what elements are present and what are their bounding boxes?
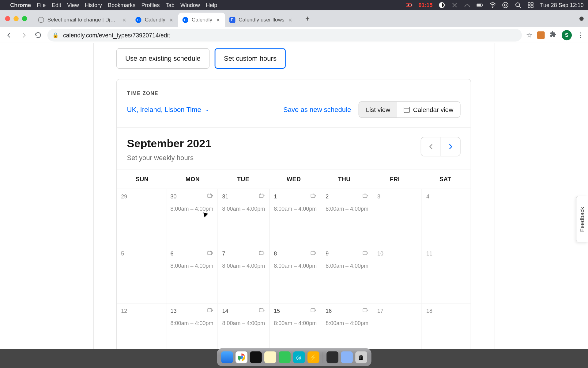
menu-bookmarks[interactable]: Bookmarks: [108, 2, 135, 8]
repeat-icon[interactable]: [258, 250, 265, 258]
repeat-icon[interactable]: [206, 250, 213, 258]
calendar-day-cell[interactable]: 78:00am – 4:00pm: [217, 246, 269, 303]
dock-app-messages[interactable]: [278, 351, 290, 363]
list-view-button[interactable]: List view: [359, 102, 397, 117]
calendar-grid: SUNMONTUEWEDTHUFRISAT 29308:00am – 4:00p…: [117, 170, 470, 349]
dock-app-folder[interactable]: [341, 351, 353, 363]
spotlight-icon[interactable]: [515, 2, 522, 9]
tab-close-icon[interactable]: ×: [122, 17, 127, 23]
extension-icon-1[interactable]: [537, 31, 545, 39]
bookmark-star-icon[interactable]: ☆: [526, 31, 532, 39]
menu-history[interactable]: History: [85, 2, 102, 8]
repeat-icon[interactable]: [310, 250, 317, 258]
status-icon-3[interactable]: [464, 2, 471, 9]
tab-title: Calendly: [192, 17, 212, 23]
calendar-day-cell[interactable]: 158:00am – 4:00pm: [269, 304, 321, 349]
calendar-day-cell[interactable]: 3: [373, 189, 422, 246]
calendar-day-cell[interactable]: 308:00am – 4:00pm: [166, 189, 217, 246]
tab-close-icon[interactable]: ×: [169, 17, 174, 23]
browser-tab[interactable]: PCalendly user flows×: [225, 13, 297, 27]
forward-button[interactable]: [19, 30, 29, 40]
calendar-day-cell[interactable]: 18: [422, 304, 471, 349]
window-minimize-icon[interactable]: [13, 16, 19, 21]
tab-close-icon[interactable]: ×: [288, 17, 293, 23]
calendar-day-cell[interactable]: 68:00am – 4:00pm: [166, 246, 217, 303]
notifications-icon[interactable]: [527, 2, 534, 9]
repeat-icon[interactable]: [362, 192, 368, 201]
calendar-day-cell[interactable]: 148:00am – 4:00pm: [217, 304, 269, 349]
dock-app-terminal[interactable]: [250, 351, 262, 363]
browser-tab[interactable]: CCalendly×: [178, 13, 225, 27]
repeat-icon[interactable]: [258, 192, 265, 201]
menu-file[interactable]: File: [37, 2, 46, 8]
tab-close-icon[interactable]: ×: [216, 17, 221, 23]
tab-overflow-icon[interactable]: [579, 17, 584, 21]
menu-tab[interactable]: Tab: [166, 2, 175, 8]
use-existing-schedule-button[interactable]: Use an existing schedule: [116, 48, 209, 69]
prev-month-button[interactable]: [421, 137, 441, 156]
status-icon-1[interactable]: [439, 2, 445, 9]
dock-app-chrome[interactable]: [235, 351, 247, 363]
control-center-icon[interactable]: [502, 2, 509, 9]
calendar-day-cell[interactable]: 318:00am – 4:00pm: [217, 189, 269, 246]
reload-button[interactable]: [33, 30, 43, 40]
menu-window[interactable]: Window: [180, 2, 200, 8]
dock-app-finder[interactable]: [221, 351, 233, 363]
repeat-icon[interactable]: [362, 250, 368, 258]
repeat-icon[interactable]: [310, 307, 317, 316]
repeat-icon[interactable]: [258, 307, 265, 316]
dock-app-generic-1[interactable]: ◎: [293, 351, 305, 363]
calendar-day-cell[interactable]: 138:00am – 4:00pm: [166, 304, 217, 349]
battery-icon[interactable]: [477, 2, 483, 9]
feedback-tab[interactable]: Feedback: [576, 196, 588, 242]
repeat-icon[interactable]: [310, 192, 317, 201]
address-bar[interactable]: 🔒 calendly.com/event_types/73920714/edit: [47, 29, 522, 41]
calendar-day-cell[interactable]: 28:00am – 4:00pm: [321, 189, 373, 246]
battery-status-icon[interactable]: [406, 2, 413, 9]
menu-profiles[interactable]: Profiles: [141, 2, 160, 8]
calendar-day-cell[interactable]: 12: [117, 304, 166, 349]
calendar-day-cell[interactable]: 11: [422, 246, 471, 303]
set-custom-hours-button[interactable]: Set custom hours: [215, 48, 286, 69]
browser-tab[interactable]: Select email to change | Django×: [34, 13, 131, 27]
calendar-day-cell[interactable]: 10: [373, 246, 422, 303]
dock-app-generic-2[interactable]: ⚡: [307, 351, 319, 363]
window-close-icon[interactable]: [5, 16, 10, 21]
day-number: 17: [377, 308, 417, 314]
status-icon-2[interactable]: [451, 2, 458, 9]
menu-view[interactable]: View: [67, 2, 79, 8]
chrome-menu-icon[interactable]: ⋮: [577, 31, 584, 39]
dock-trash[interactable]: 🗑: [355, 351, 367, 363]
repeat-icon[interactable]: [362, 307, 368, 316]
menubar-datetime[interactable]: Tue 28 Sep 12:10: [540, 2, 584, 8]
timezone-select[interactable]: UK, Ireland, Lisbon Time ⌄: [127, 106, 209, 113]
wifi-icon[interactable]: [489, 2, 496, 9]
svg-point-6: [492, 7, 493, 8]
extensions-puzzle-icon[interactable]: [550, 31, 556, 39]
menu-help[interactable]: Help: [206, 2, 217, 8]
calendar-day-cell[interactable]: 4: [422, 189, 471, 246]
profile-avatar[interactable]: S: [562, 30, 572, 40]
calendar-view-button[interactable]: Calendar view: [397, 102, 460, 117]
new-tab-button[interactable]: +: [302, 13, 314, 25]
svg-rect-22: [208, 309, 212, 312]
menu-edit[interactable]: Edit: [52, 2, 61, 8]
calendar-day-cell[interactable]: 88:00am – 4:00pm: [269, 246, 321, 303]
calendar-day-cell[interactable]: 18:00am – 4:00pm: [269, 189, 321, 246]
back-button[interactable]: [4, 30, 14, 40]
repeat-icon[interactable]: [206, 192, 213, 201]
next-month-button[interactable]: [441, 137, 460, 156]
calendar-day-cell[interactable]: 168:00am – 4:00pm: [321, 304, 373, 349]
dock-app-notes[interactable]: [264, 351, 276, 363]
calendar-day-cell[interactable]: 98:00am – 4:00pm: [321, 246, 373, 303]
dock-app-generic-3[interactable]: [326, 351, 338, 363]
calendar-day-cell[interactable]: 5: [117, 246, 166, 303]
save-as-new-schedule-link[interactable]: Save as new schedule: [283, 106, 351, 113]
repeat-icon[interactable]: [206, 307, 213, 316]
time-slot: 8:00am – 4:00pm: [171, 263, 213, 269]
window-zoom-icon[interactable]: [22, 16, 27, 21]
browser-tab[interactable]: CCalendly×: [131, 13, 178, 27]
app-name[interactable]: Chrome: [10, 2, 31, 8]
calendar-day-cell[interactable]: 29: [117, 189, 166, 246]
calendar-day-cell[interactable]: 17: [373, 304, 422, 349]
